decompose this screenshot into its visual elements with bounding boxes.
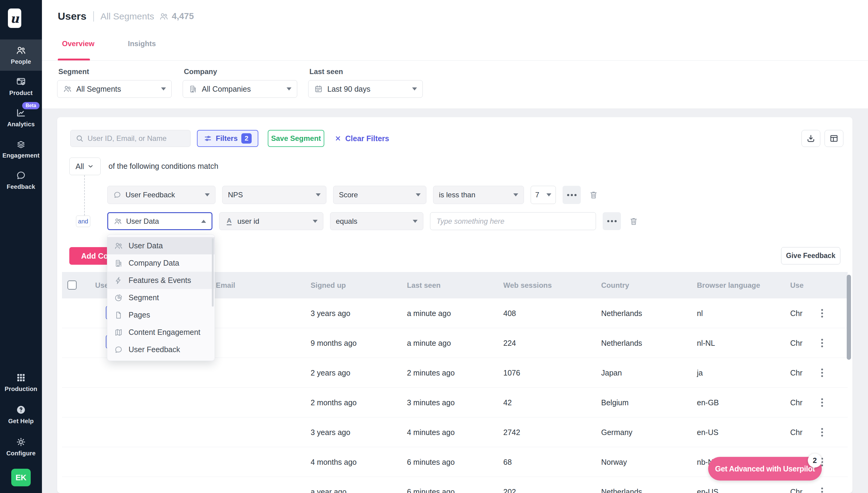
row-actions-kebab-icon[interactable] <box>820 397 824 408</box>
condition-more-button[interactable] <box>563 186 581 204</box>
sidebar-item-label: Production <box>4 386 37 392</box>
cell-last-seen: 2 minutes ago <box>407 358 455 388</box>
userpilot-logo[interactable]: u <box>8 8 21 28</box>
tab-overview[interactable]: Overview <box>62 40 95 48</box>
chevron-down-icon <box>546 193 551 196</box>
table-row[interactable]: 3 years ago4 minutes ago2742Germanyen-US… <box>62 417 848 447</box>
column-header-last-seen: Last seen <box>407 272 441 298</box>
get-advanced-button[interactable]: Get Advanced with Userpilot <box>708 457 822 480</box>
condition-delete-button[interactable] <box>628 212 640 230</box>
chevron-down-icon <box>513 193 518 196</box>
condition-type-select-open[interactable]: User Data <box>107 212 213 230</box>
sidebar-item-production[interactable]: Production <box>0 366 42 398</box>
menu-item-content-engagement[interactable]: Content Engagement <box>107 324 215 341</box>
give-feedback-button[interactable]: Give Feedback <box>781 247 840 264</box>
menu-item-label: User Data <box>128 241 163 250</box>
condition-more-button[interactable] <box>603 212 621 230</box>
condition-value-input[interactable] <box>430 212 596 230</box>
condition-value-select[interactable]: 7 <box>531 186 556 204</box>
filter-select-segment[interactable]: All Segments <box>57 80 172 98</box>
filter-select-last-seen[interactable]: Last 90 days <box>308 80 423 98</box>
tab-insights[interactable]: Insights <box>128 40 156 48</box>
tabs-divider <box>42 60 868 61</box>
menu-item-user-data[interactable]: User Data <box>107 237 215 254</box>
calendar-icon <box>314 84 323 93</box>
lightning-icon <box>114 276 123 285</box>
avatar[interactable]: EK <box>11 469 31 486</box>
building-icon <box>188 84 198 93</box>
sidebar-item-get-help[interactable]: Get Help <box>0 398 42 430</box>
condition-metric-select[interactable]: Score <box>333 186 426 204</box>
menu-item-label: Features & Events <box>128 276 191 285</box>
sidebar-item-feedback[interactable]: Feedback <box>0 165 42 196</box>
download-button[interactable] <box>802 130 820 147</box>
cell-signed-up: 2 months ago <box>310 388 357 417</box>
menu-item-user-feedback[interactable]: User Feedback <box>107 341 215 358</box>
menu-item-features-events[interactable]: Features & Events <box>107 272 215 289</box>
menu-item-segment[interactable]: Segment <box>107 289 215 306</box>
clear-filters-button[interactable]: Clear Filters <box>334 130 389 147</box>
table-scrollbar[interactable] <box>847 275 851 360</box>
sidebar-item-analytics[interactable]: BetaAnalytics <box>0 102 42 133</box>
condition-type-select[interactable]: User Feedback <box>107 186 216 204</box>
row-actions-kebab-icon[interactable] <box>820 308 824 319</box>
condition-row-1: User Feedback NPS Score is less than 7 <box>107 186 600 204</box>
row-actions-kebab-icon[interactable] <box>820 486 824 493</box>
condition-connector-label: and <box>76 216 90 227</box>
get-advanced-label: Get Advanced with Userpilot <box>715 465 815 473</box>
page-icon <box>114 310 123 320</box>
menu-item-company-data[interactable]: Company Data <box>107 254 215 272</box>
segment-subtitle: All Segments <box>101 11 155 22</box>
match-mode-select[interactable]: All <box>69 157 101 175</box>
menu-item-label: Pages <box>128 310 150 319</box>
gear-icon <box>16 436 26 448</box>
close-icon <box>334 135 342 142</box>
table-row[interactable]: 2 years ago2 minutes ago1076JapanjaChr <box>62 358 848 388</box>
filters-button[interactable]: Filters 2 <box>197 130 258 147</box>
sidebar-item-product[interactable]: Product <box>0 71 42 102</box>
cell-browser-language: nl <box>697 298 703 328</box>
condition-delete-button[interactable] <box>587 186 600 204</box>
filter-value: Last 90 days <box>327 85 370 93</box>
chevron-down-icon <box>161 87 166 90</box>
save-segment-button[interactable]: Save Segment <box>268 130 324 147</box>
cell-last-seen: 4 minutes ago <box>407 417 455 447</box>
search-input[interactable] <box>87 134 185 143</box>
select-value: is less than <box>439 191 475 199</box>
select-value: User Data <box>126 217 159 226</box>
cell-last-seen: 6 minutes ago <box>407 447 455 477</box>
cell-signed-up: 3 years ago <box>310 417 350 447</box>
table-row[interactable]: 2 months ago3 minutes ago42Belgiumen-GBC… <box>62 388 848 417</box>
row-actions-kebab-icon[interactable] <box>820 427 824 438</box>
condition-property-select[interactable]: A user id <box>219 212 323 230</box>
download-icon <box>806 133 816 143</box>
menu-item-pages[interactable]: Pages <box>107 306 215 324</box>
sidebar-item-configure[interactable]: Configure <box>0 430 42 463</box>
filter-select-company[interactable]: All Companies <box>183 80 297 98</box>
filter-label: Segment <box>58 67 172 76</box>
sidebar-item-engagement[interactable]: Engagement <box>0 133 42 165</box>
condition-operator-select[interactable]: is less than <box>433 186 524 204</box>
select-value: equals <box>336 217 358 226</box>
trash-icon <box>588 190 599 200</box>
row-actions-kebab-icon[interactable] <box>820 338 824 348</box>
menu-scrollbar[interactable] <box>212 238 214 307</box>
cell-web-sessions: 2742 <box>503 417 520 447</box>
user-search[interactable] <box>70 130 190 147</box>
sidebar-item-label: Product <box>9 89 33 97</box>
sidebar-item-people[interactable]: People <box>0 40 42 71</box>
condition-row-2: User Data A user id equals <box>107 212 640 230</box>
condition-operator-select[interactable]: equals <box>330 212 423 230</box>
cell-web-sessions: 1076 <box>503 358 520 388</box>
promo-notification-badge: 2 <box>808 453 822 468</box>
sidebar-item-label: Analytics <box>7 121 35 128</box>
chevron-down-icon <box>87 163 94 170</box>
columns-button[interactable] <box>825 130 843 147</box>
sidebar-item-label: People <box>11 58 31 65</box>
condition-property-select[interactable]: NPS <box>222 186 326 204</box>
select-all-checkbox[interactable] <box>67 280 77 290</box>
cell-browser: Chr <box>790 298 807 328</box>
global-filters: SegmentAll SegmentsCompanyAll CompaniesL… <box>57 67 423 98</box>
row-actions-kebab-icon[interactable] <box>820 367 824 378</box>
filter-label: Company <box>184 67 297 76</box>
